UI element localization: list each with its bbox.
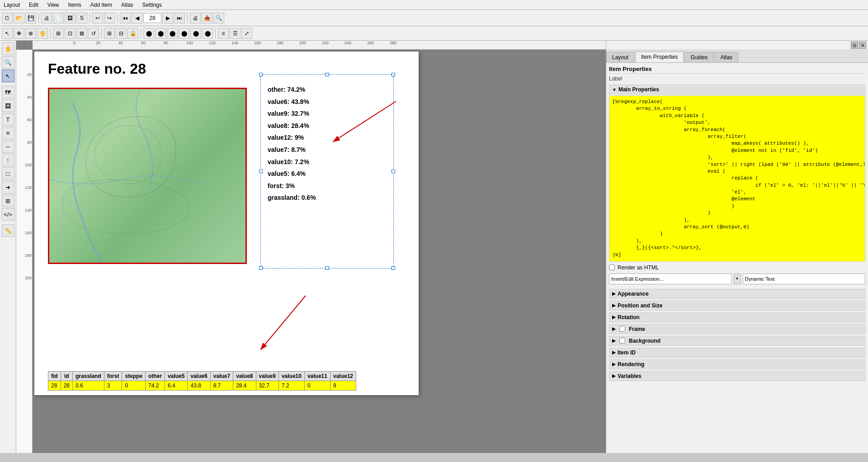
group-btn[interactable]: ⊞ [104, 28, 115, 39]
text-line: value8: 28.4% [268, 120, 387, 132]
text-label-box[interactable]: other: 74.2%value6: 43.8%value9: 32.7%va… [260, 74, 394, 269]
appearance-header[interactable]: ▶ Appearance [609, 289, 865, 299]
pan-tool-left[interactable]: ✋ [2, 42, 14, 55]
distribute-v-btn[interactable]: ☰ [230, 28, 241, 39]
export-svg-button[interactable]: S [76, 13, 87, 24]
align-right-btn[interactable]: ⬤ [167, 28, 178, 39]
add-north-arrow[interactable]: ↑ [2, 154, 14, 166]
handle-mid-right[interactable] [392, 170, 395, 173]
select-tool-left[interactable]: ↖ [2, 70, 14, 82]
sep7 [141, 28, 141, 38]
sep2 [90, 13, 90, 23]
atlas-last-button[interactable]: ⏭ [174, 13, 185, 24]
undo-button[interactable]: ↩ [92, 13, 103, 24]
zoom-sel-btn[interactable]: ⊠ [76, 28, 87, 39]
variables-header[interactable]: ▶ Variables [609, 371, 865, 381]
add-html-tool[interactable]: </> [2, 208, 14, 221]
handle-bot-left[interactable] [259, 266, 263, 270]
rendering-header[interactable]: ▶ Rendering [609, 359, 865, 369]
handle-bot-center[interactable] [326, 266, 329, 270]
add-scalebar-tool[interactable]: ↔ [2, 140, 14, 153]
print-atlas-button[interactable]: 🖨 [190, 13, 201, 24]
expression-dropdown-btn[interactable]: ▼ [734, 273, 741, 284]
menu-settings[interactable]: Settings [141, 1, 164, 9]
add-legend-tool[interactable]: ≡ [2, 127, 14, 139]
redo-button[interactable]: ↪ [104, 13, 115, 24]
align-top-btn[interactable]: ⬤ [179, 28, 189, 39]
menu-edit[interactable]: Edit [27, 1, 40, 9]
tab-atlas[interactable]: Atlas [714, 52, 738, 62]
distribute-h-btn[interactable]: ≡ [218, 28, 229, 39]
menu-add-item[interactable]: Add Item [89, 1, 114, 9]
main-properties-header[interactable]: ▼ Main Properties [609, 85, 865, 94]
export-img-button[interactable]: 🖼 [65, 13, 75, 24]
handle-mid-left[interactable] [259, 170, 263, 173]
text-content: other: 74.2%value6: 43.8%value9: 32.7%va… [268, 84, 387, 204]
tab-item-properties[interactable]: Item Properties [635, 52, 684, 62]
position-size-label: Position and Size [618, 302, 662, 309]
add-map-tool[interactable]: 🗺 [2, 86, 14, 99]
position-size-header[interactable]: ▶ Position and Size [609, 301, 865, 311]
handle-top-right[interactable] [392, 73, 395, 76]
select-tool[interactable]: ↖ [2, 28, 13, 39]
add-picture-tool[interactable]: 🖼 [2, 99, 14, 112]
add-table-tool[interactable]: ⊞ [2, 194, 14, 207]
handle-top-center[interactable] [326, 73, 329, 76]
handle-bot-right[interactable] [392, 266, 395, 270]
vertical-ruler: 20 40 60 80 100 120 140 160 180 200 [16, 50, 33, 453]
pan-tool[interactable]: 🖐 [37, 28, 48, 39]
zoom-in-tool[interactable]: 🔍 [2, 56, 14, 69]
add-shape-tool[interactable]: □ [2, 167, 14, 180]
background-checkbox[interactable] [619, 338, 625, 344]
canvas-area[interactable]: 0 20 40 60 80 100 120 140 160 180 200 22… [16, 41, 606, 453]
atlas-back-button[interactable]: ◀ [132, 13, 142, 24]
text-line: forst: 3% [268, 180, 387, 192]
main-properties-label: Main Properties [618, 86, 659, 93]
align-vcenter-btn[interactable]: ⬤ [190, 28, 201, 39]
align-center-btn[interactable]: ⬤ [155, 28, 166, 39]
render-html-checkbox[interactable] [609, 264, 615, 270]
insert-edit-expression-input[interactable] [609, 273, 732, 284]
save-button[interactable]: 💾 [25, 13, 36, 24]
toolbar-row2: ↖ ✥ ⊕ 🖐 ⊞ ⊡ ⊠ ↺ ⊞ ⊟ 🔒 ⬤ ⬤ ⬤ ⬤ ⬤ ⬤ ≡ ☰ ⤢ [0, 26, 868, 41]
zoom-canvas-tool[interactable]: ⊕ [25, 28, 36, 39]
menu-view[interactable]: View [46, 1, 61, 9]
print-button[interactable]: 🖨 [41, 13, 52, 24]
resize-btn[interactable]: ⤢ [241, 28, 252, 39]
atlas-next-button[interactable]: ▶ [162, 13, 173, 24]
align-bottom-btn[interactable]: ⬤ [202, 28, 213, 39]
export-pdf-button[interactable]: 📄 [53, 13, 64, 24]
add-text-tool[interactable]: T [2, 113, 14, 126]
new-button[interactable]: 🗋 [2, 13, 13, 24]
lock-btn[interactable]: 🔒 [127, 28, 138, 39]
atlas-prev-button[interactable]: ⏮ [120, 13, 131, 24]
close-panel-button[interactable]: ✕ [859, 42, 866, 49]
align-left-btn[interactable]: ⬤ [143, 28, 154, 39]
menu-items[interactable]: Items [66, 1, 83, 9]
refresh-btn[interactable]: ↺ [88, 28, 99, 39]
open-button[interactable]: 📂 [14, 13, 24, 24]
menu-layout[interactable]: Layout [2, 1, 22, 9]
handle-top-left[interactable] [259, 73, 263, 76]
move-item-tool[interactable]: ✥ [14, 28, 24, 39]
ruler-tool[interactable]: 📏 [2, 224, 14, 237]
zoom-btn[interactable]: 🔍 [213, 13, 224, 24]
atlas-page-input[interactable] [143, 13, 161, 23]
tab-guides[interactable]: Guides [684, 52, 713, 62]
zoom-layer-btn[interactable]: ⊡ [65, 28, 75, 39]
frame-checkbox[interactable] [619, 326, 625, 332]
menu-atlas[interactable]: Atlas [119, 1, 135, 9]
tab-layout[interactable]: Layout [606, 52, 634, 62]
rotation-header[interactable]: ▶ Rotation [609, 312, 865, 322]
zoom-full-btn[interactable]: ⊞ [53, 28, 64, 39]
expression-row: ▼ Dynamic Text [609, 273, 865, 284]
frame-header[interactable]: ▶ Frame [609, 324, 865, 334]
map-paths-svg [49, 89, 245, 263]
export-atlas-button[interactable]: 📤 [202, 13, 212, 24]
background-header[interactable]: ▶ Background [609, 336, 865, 346]
code-editor[interactable]: [%regexp_replace( array_to_string ( with… [609, 95, 865, 262]
ungroup-btn[interactable]: ⊟ [116, 28, 127, 39]
item-id-header[interactable]: ▶ Item ID [609, 348, 865, 358]
add-arrow-tool[interactable]: ➜ [2, 181, 14, 193]
float-button[interactable]: ⊟ [851, 42, 858, 49]
